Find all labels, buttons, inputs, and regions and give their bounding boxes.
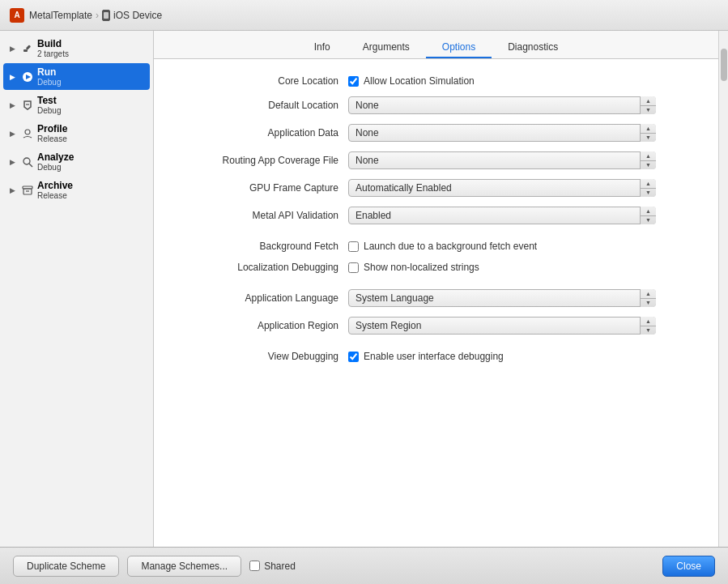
separator-1	[186, 234, 686, 241]
run-arrow: ▶	[10, 73, 18, 81]
view-debugging-checkbox-label: Enable user interface debugging	[364, 351, 504, 362]
app-region-select[interactable]: System Region	[348, 317, 656, 335]
close-button[interactable]: Close	[662, 556, 715, 577]
default-location-row: Default Location None ▲ ▼	[186, 96, 686, 114]
view-debugging-row: View Debugging Enable user interface deb…	[186, 351, 686, 362]
application-data-control: None ▲ ▼	[348, 124, 656, 142]
default-location-select[interactable]: None	[348, 96, 656, 114]
svg-marker-4	[24, 101, 31, 109]
stepper-down-icon[interactable]: ▼	[641, 106, 656, 115]
analyze-arrow: ▶	[10, 158, 18, 166]
tab-arguments[interactable]: Arguments	[347, 37, 426, 58]
view-debugging-control: Enable user interface debugging	[348, 351, 656, 362]
build-text: Build 2 targets	[37, 38, 143, 58]
view-debugging-label: View Debugging	[186, 351, 348, 362]
sidebar-item-archive[interactable]: ▶ Archive Release	[3, 177, 150, 203]
stepper-up-icon[interactable]: ▲	[641, 151, 656, 161]
localization-debug-row: Localization Debugging Show non-localize…	[186, 262, 686, 273]
gpu-frame-capture-control: Automatically Enabled Metal OpenGL ES Di…	[348, 179, 656, 197]
metal-api-label: Metal API Validation	[186, 210, 348, 221]
scrollbar[interactable]	[718, 31, 728, 547]
profile-arrow: ▶	[10, 130, 18, 138]
background-fetch-checkbox[interactable]	[348, 241, 359, 252]
default-location-stepper: ▲ ▼	[640, 96, 656, 114]
stepper-down-icon[interactable]: ▼	[641, 326, 656, 335]
app-language-select[interactable]: System Language	[348, 289, 656, 307]
gpu-frame-capture-select[interactable]: Automatically Enabled Metal OpenGL ES Di…	[348, 179, 656, 197]
view-debugging-checkbox[interactable]	[348, 352, 359, 362]
tab-info[interactable]: Info	[298, 37, 347, 58]
localization-debug-checkbox[interactable]	[348, 262, 359, 273]
svg-point-7	[23, 158, 30, 164]
stepper-down-icon[interactable]: ▼	[641, 299, 656, 308]
routing-coverage-control: None ▲ ▼	[348, 151, 656, 169]
test-text: Test Debug	[37, 95, 143, 115]
metal-api-select[interactable]: Enabled Disabled	[348, 207, 656, 224]
sidebar-item-profile[interactable]: ▶ Profile Release	[3, 120, 150, 147]
sidebar-item-test[interactable]: ▶ Test Debug	[3, 92, 150, 118]
archive-text: Archive Release	[37, 180, 143, 200]
localization-debug-checkbox-label: Show non-localized strings	[364, 262, 479, 273]
app-region-control: System Region ▲ ▼	[348, 317, 656, 335]
title-bar: A MetalTemplate › iOS Device	[0, 0, 728, 31]
routing-coverage-select[interactable]: None	[348, 151, 656, 169]
app-language-label: Application Language	[186, 292, 348, 304]
app-language-stepper: ▲ ▼	[640, 289, 656, 307]
core-location-control: Allow Location Simulation	[348, 75, 656, 87]
metal-api-select-wrapper: Enabled Disabled ▲ ▼	[348, 207, 656, 224]
tab-options[interactable]: Options	[426, 37, 492, 58]
tab-diagnostics[interactable]: Diagnostics	[492, 37, 574, 58]
core-location-row: Core Location Allow Location Simulation	[186, 75, 686, 87]
stepper-down-icon[interactable]: ▼	[641, 134, 656, 143]
sidebar-item-analyze[interactable]: ▶ Analyze Debug	[3, 148, 150, 175]
background-fetch-checkbox-label: Launch due to a background fetch event	[364, 241, 537, 252]
localization-debug-control: Show non-localized strings	[348, 262, 656, 273]
app-region-stepper: ▲ ▼	[640, 317, 656, 335]
manage-schemes-button[interactable]: Manage Schemes...	[127, 556, 241, 577]
default-location-label: Default Location	[186, 100, 348, 111]
separator-2	[186, 283, 686, 289]
stepper-up-icon[interactable]: ▲	[641, 179, 656, 189]
run-icon	[21, 70, 34, 83]
default-location-select-wrapper: None ▲ ▼	[348, 96, 656, 114]
duplicate-scheme-button[interactable]: Duplicate Scheme	[13, 556, 119, 577]
profile-text: Profile Release	[37, 123, 143, 143]
stepper-up-icon[interactable]: ▲	[641, 207, 656, 216]
app-logo: A	[10, 8, 24, 23]
build-arrow: ▶	[10, 45, 18, 53]
scrollbar-thumb[interactable]	[721, 49, 727, 81]
stepper-up-icon[interactable]: ▲	[641, 317, 656, 326]
stepper-up-icon[interactable]: ▲	[641, 96, 656, 106]
stepper-down-icon[interactable]: ▼	[641, 161, 656, 170]
routing-coverage-select-wrapper: None ▲ ▼	[348, 151, 656, 169]
app-region-label: Application Region	[186, 320, 348, 331]
stepper-up-icon[interactable]: ▲	[641, 124, 656, 134]
project-name: MetalTemplate	[29, 10, 92, 21]
stepper-up-icon[interactable]: ▲	[641, 289, 656, 299]
device-icon	[102, 10, 110, 21]
application-data-label: Application Data	[186, 127, 348, 139]
gpu-frame-capture-label: GPU Frame Capture	[186, 182, 348, 194]
sidebar-item-build[interactable]: ▶ Build 2 targets	[3, 35, 150, 62]
sidebar-item-run[interactable]: ▶ Run Debug	[3, 63, 150, 90]
content-area: Info Arguments Options Diagnostics Core …	[154, 31, 718, 547]
shared-label: Shared	[264, 561, 296, 572]
breadcrumb: MetalTemplate › iOS Device	[29, 10, 162, 21]
analyze-icon	[21, 156, 34, 168]
metal-api-control: Enabled Disabled ▲ ▼	[348, 207, 656, 224]
gpu-frame-capture-row: GPU Frame Capture Automatically Enabled …	[186, 179, 686, 197]
test-arrow: ▶	[10, 101, 18, 109]
default-location-control: None ▲ ▼	[348, 96, 656, 114]
background-fetch-control: Launch due to a background fetch event	[348, 241, 656, 252]
stepper-down-icon[interactable]: ▼	[641, 189, 656, 198]
application-data-select[interactable]: None	[348, 124, 656, 142]
breadcrumb-separator: ›	[96, 10, 99, 21]
routing-coverage-row: Routing App Coverage File None ▲ ▼	[186, 151, 686, 169]
shared-checkbox[interactable]	[249, 561, 260, 571]
stepper-down-icon[interactable]: ▼	[641, 216, 656, 225]
routing-stepper: ▲ ▼	[640, 151, 656, 169]
application-data-select-wrapper: None ▲ ▼	[348, 124, 656, 142]
hammer-icon	[21, 42, 34, 55]
core-location-checkbox[interactable]	[348, 76, 359, 87]
device-name: iOS Device	[113, 10, 162, 21]
